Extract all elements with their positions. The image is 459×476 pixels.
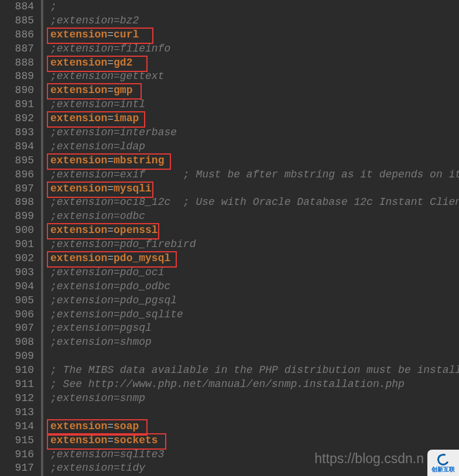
- line-number: 906: [0, 308, 34, 322]
- config-value: soap: [114, 420, 139, 432]
- line-number: 903: [0, 266, 34, 280]
- comment-text: ; See http://www.php.net/manual/en/snmp.…: [50, 378, 405, 390]
- code-line[interactable]: ;extension=pdo_odbc: [50, 280, 459, 294]
- code-line[interactable]: ;extension=exif ; Must be after mbstring…: [50, 168, 459, 182]
- comment-text: ;extension=pdo_pgsql: [50, 294, 177, 306]
- line-number: 910: [0, 364, 34, 378]
- line-number: 898: [0, 196, 34, 210]
- line-number: 888: [0, 56, 34, 70]
- line-number: 899: [0, 210, 34, 224]
- equals-sign: =: [107, 155, 114, 166]
- equals-sign: =: [107, 112, 114, 124]
- comment-text: ;extension=snmp: [50, 392, 145, 404]
- code-line[interactable]: ;extension=bz2: [50, 14, 459, 28]
- line-number: 911: [0, 378, 34, 392]
- comment-text: ;extension=pdo_odbc: [50, 280, 170, 292]
- comment-text: ;extension=fileinfo: [50, 43, 170, 54]
- comment-text: ;extension=interbase: [50, 126, 177, 138]
- code-line[interactable]: extension=sockets: [50, 434, 459, 448]
- comment-text: ;: [50, 1, 57, 12]
- config-key: extension: [50, 183, 107, 194]
- line-number: 890: [0, 84, 34, 98]
- code-line[interactable]: ;extension=fileinfo: [50, 42, 459, 56]
- logo-icon: [436, 452, 451, 467]
- comment-text: ;extension=sqlite3: [50, 448, 164, 460]
- code-line[interactable]: extension=imap: [50, 112, 459, 126]
- code-line[interactable]: extension=gd2: [50, 56, 459, 70]
- code-line[interactable]: ;extension=pdo_sqlite: [50, 308, 459, 322]
- comment-text: ;extension=ldap: [50, 141, 145, 152]
- comment-text: ;extension=shmop: [50, 336, 152, 348]
- code-line[interactable]: ;extension=pdo_pgsql: [50, 294, 459, 308]
- code-line[interactable]: ;extension=oci8_12c ; Use with Oracle Da…: [50, 196, 459, 210]
- config-key: extension: [50, 420, 107, 432]
- code-line[interactable]: [50, 406, 459, 420]
- config-value: sockets: [114, 434, 158, 446]
- line-number: 902: [0, 252, 34, 266]
- comment-text: ; The MIBS data available in the PHP dis…: [50, 364, 459, 376]
- line-gutter: 8848858868878888898908918928938948958968…: [0, 0, 43, 476]
- line-number: 896: [0, 168, 34, 182]
- comment-text: ;extension=tidy: [50, 462, 145, 474]
- code-line[interactable]: extension=mbstring: [50, 154, 459, 168]
- logo-label: 创新互联: [431, 467, 455, 472]
- code-line[interactable]: ;extension=pdo_firebird: [50, 238, 459, 252]
- code-line[interactable]: extension=openssl: [50, 224, 459, 238]
- code-line[interactable]: ;extension=pgsql: [50, 321, 459, 335]
- line-number: 894: [0, 140, 34, 154]
- comment-text: ;extension=pdo_oci: [50, 266, 164, 278]
- equals-sign: =: [107, 420, 114, 432]
- code-line[interactable]: ; The MIBS data available in the PHP dis…: [50, 364, 459, 378]
- config-key: extension: [50, 57, 107, 69]
- config-value: imap: [114, 112, 139, 124]
- code-line[interactable]: ;extension=interbase: [50, 126, 459, 140]
- code-line[interactable]: ; See http://www.php.net/manual/en/snmp.…: [50, 378, 459, 392]
- config-value: openssl: [114, 224, 158, 236]
- line-number: 915: [0, 434, 34, 448]
- line-number: 887: [0, 42, 34, 56]
- line-number: 885: [0, 14, 34, 28]
- config-value: mysqli: [114, 183, 152, 194]
- code-line[interactable]: ;: [50, 0, 459, 14]
- line-number: 916: [0, 448, 34, 462]
- config-key: extension: [50, 224, 107, 236]
- code-line[interactable]: extension=mysqli: [50, 182, 459, 196]
- config-value: mbstring: [114, 155, 164, 166]
- line-number: 892: [0, 112, 34, 126]
- code-line[interactable]: ;extension=odbc: [50, 210, 459, 224]
- comment-text: ;extension=pdo_firebird: [50, 238, 196, 250]
- code-line[interactable]: ;extension=snmp: [50, 392, 459, 406]
- code-line[interactable]: ;extension=intl: [50, 98, 459, 112]
- equals-sign: =: [107, 183, 114, 194]
- line-number: 897: [0, 182, 34, 196]
- config-value: pdo_mysql: [114, 252, 170, 264]
- line-number: 895: [0, 154, 34, 168]
- line-number: 900: [0, 224, 34, 238]
- line-number: 904: [0, 280, 34, 294]
- code-line[interactable]: extension=gmp: [50, 84, 459, 98]
- equals-sign: =: [107, 434, 114, 446]
- code-line[interactable]: ;extension=gettext: [50, 70, 459, 84]
- line-number: 891: [0, 98, 34, 112]
- comment-text: ;extension=oci8_12c ; Use with Oracle Da…: [50, 196, 459, 208]
- code-line[interactable]: ;extension=pdo_oci: [50, 266, 459, 280]
- code-line[interactable]: extension=soap: [50, 420, 459, 434]
- code-line[interactable]: ;extension=ldap: [50, 140, 459, 154]
- config-key: extension: [50, 434, 107, 446]
- equals-sign: =: [107, 224, 114, 236]
- comment-text: ;extension=odbc: [50, 210, 145, 222]
- config-value: gmp: [114, 84, 132, 96]
- equals-sign: =: [107, 57, 114, 69]
- comment-text: ;extension=pdo_sqlite: [50, 309, 183, 320]
- line-number: 909: [0, 350, 34, 364]
- code-line[interactable]: [50, 350, 459, 364]
- code-line[interactable]: ;extension=shmop: [50, 335, 459, 350]
- code-line[interactable]: extension=pdo_mysql: [50, 252, 459, 266]
- code-area[interactable]: ;;extension=bz2extension=curl;extension=…: [43, 0, 459, 476]
- line-number: 908: [0, 335, 34, 350]
- config-key: extension: [50, 252, 107, 264]
- code-line[interactable]: extension=curl: [50, 28, 459, 42]
- watermark-logo: 创新互联: [427, 450, 459, 476]
- line-number: 914: [0, 420, 34, 434]
- comment-text: ;extension=gettext: [50, 70, 164, 82]
